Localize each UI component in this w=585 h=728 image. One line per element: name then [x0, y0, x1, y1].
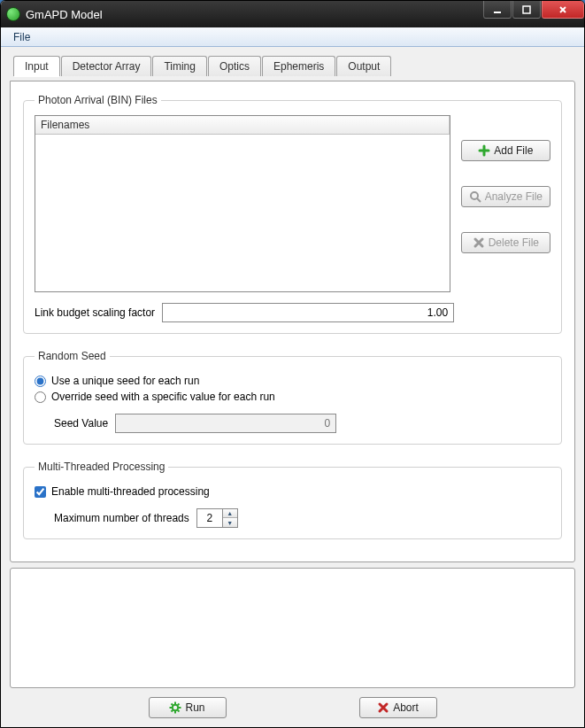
- analyze-file-label: Analyze File: [485, 190, 543, 203]
- radio-override-seed[interactable]: [35, 391, 46, 403]
- enable-mt-label: Enable multi-threaded processing: [51, 485, 210, 498]
- abort-button-label: Abort: [393, 701, 419, 714]
- svg-point-4: [471, 192, 478, 199]
- spinner-down-icon[interactable]: ▼: [223, 518, 237, 527]
- run-button[interactable]: Run: [149, 697, 227, 718]
- svg-rect-1: [523, 6, 530, 13]
- analyze-file-button[interactable]: Analyze File: [461, 186, 550, 207]
- max-threads-input[interactable]: [196, 508, 223, 528]
- menubar: File: [1, 27, 584, 47]
- svg-line-12: [178, 710, 180, 712]
- svg-line-5: [477, 198, 481, 202]
- menu-file[interactable]: File: [6, 29, 37, 45]
- max-threads-label: Maximum number of threads: [54, 512, 189, 524]
- group-random-seed-title: Random Seed: [35, 350, 110, 362]
- seed-value-label: Seed Value: [54, 417, 108, 430]
- file-list[interactable]: Filenames: [35, 115, 450, 292]
- gear-icon: [169, 701, 181, 714]
- max-threads-spinner[interactable]: ▲ ▼: [196, 508, 238, 528]
- add-file-button[interactable]: Add File: [461, 140, 550, 161]
- tab-output[interactable]: Output: [336, 56, 391, 76]
- svg-line-13: [178, 704, 180, 706]
- run-button-label: Run: [185, 701, 204, 714]
- tab-ephemeris[interactable]: Ephemeris: [262, 56, 335, 76]
- enable-mt-checkbox[interactable]: [35, 486, 46, 498]
- log-area: [10, 568, 575, 688]
- svg-point-6: [173, 705, 178, 710]
- magnifier-icon: [469, 190, 481, 203]
- seed-value-input: [115, 414, 336, 433]
- minimize-button[interactable]: [483, 1, 512, 19]
- close-button[interactable]: [542, 1, 584, 19]
- tab-optics[interactable]: Optics: [208, 56, 261, 76]
- group-bin-files-title: Photon Arrival (BIN) Files: [35, 94, 161, 106]
- tab-strip: Input Detector Array Timing Optics Ephem…: [13, 56, 575, 76]
- app-window: GmAPD Model File Input Detector Array Ti…: [0, 0, 585, 728]
- radio-override-seed-label: Override seed with a specific value for …: [51, 391, 275, 403]
- delete-file-label: Delete File: [489, 236, 539, 249]
- tab-timing[interactable]: Timing: [152, 56, 207, 76]
- link-budget-input[interactable]: [162, 303, 454, 322]
- maximize-button[interactable]: [512, 1, 541, 19]
- file-list-header[interactable]: Filenames: [35, 116, 450, 135]
- client-area: Input Detector Array Timing Optics Ephem…: [1, 47, 584, 727]
- group-multithread: Multi-Threaded Processing Enable multi-t…: [23, 461, 562, 539]
- radio-unique-seed[interactable]: [35, 376, 46, 387]
- app-icon: [6, 7, 20, 21]
- svg-line-11: [172, 704, 173, 706]
- window-title: GmAPD Model: [26, 8, 103, 21]
- x-icon: [473, 236, 485, 249]
- delete-file-button[interactable]: Delete File: [461, 232, 550, 253]
- add-file-label: Add File: [494, 144, 533, 157]
- tab-input[interactable]: Input: [13, 56, 60, 76]
- spinner-up-icon[interactable]: ▲: [223, 509, 237, 518]
- group-bin-files: Photon Arrival (BIN) Files Filenames Add…: [23, 94, 562, 334]
- group-random-seed: Random Seed Use a unique seed for each r…: [23, 350, 562, 445]
- x-icon: [377, 701, 389, 714]
- abort-button[interactable]: Abort: [359, 697, 437, 718]
- group-multithread-title: Multi-Threaded Processing: [35, 461, 168, 473]
- titlebar[interactable]: GmAPD Model: [1, 1, 584, 27]
- tab-detector-array[interactable]: Detector Array: [61, 56, 152, 76]
- radio-unique-seed-label: Use a unique seed for each run: [51, 375, 199, 387]
- tab-panel-input: Photon Arrival (BIN) Files Filenames Add…: [10, 81, 575, 562]
- link-budget-label: Link budget scaling factor: [35, 306, 155, 319]
- plus-icon: [478, 144, 490, 157]
- svg-line-14: [172, 710, 173, 712]
